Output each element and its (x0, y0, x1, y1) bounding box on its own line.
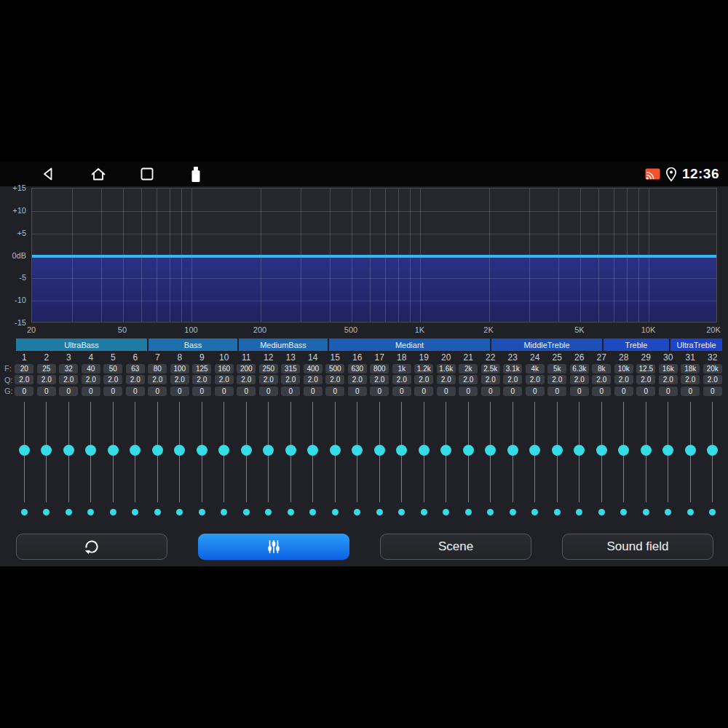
eq-band-slider[interactable] (302, 399, 325, 521)
q-factor-value: 2.0 (348, 375, 367, 384)
eq-band-slider[interactable] (590, 399, 613, 521)
eq-band-slider[interactable] (347, 399, 369, 521)
scene-button[interactable]: Scene (380, 534, 531, 560)
slider-knob[interactable] (19, 445, 30, 456)
slider-knob[interactable] (662, 445, 673, 456)
eq-band-slider[interactable] (613, 399, 636, 521)
eq-band-slider[interactable] (80, 399, 103, 521)
slider-knob[interactable] (618, 445, 629, 456)
slider-knob[interactable] (108, 445, 119, 456)
slider-knob[interactable] (419, 445, 430, 456)
slider-knob[interactable] (641, 445, 652, 456)
slider-knob[interactable] (330, 445, 341, 456)
q-factor-value-cell: 2.0 (702, 375, 724, 385)
eq-band-slider[interactable] (391, 399, 414, 521)
frequency-value-cell: 8k (590, 363, 613, 373)
eq-band-slider[interactable] (480, 399, 502, 521)
slider-knob[interactable] (374, 445, 385, 456)
slider-knob[interactable] (263, 445, 274, 456)
gain-value-cell: 0 (613, 386, 636, 396)
slider-knob[interactable] (396, 445, 407, 456)
q-factor-value-cell: 2.0 (191, 375, 213, 385)
q-factor-value: 2.0 (237, 375, 256, 384)
gain-value: 0 (703, 387, 722, 396)
eq-band-slider[interactable] (502, 399, 524, 521)
q-factor-value: 2.0 (370, 375, 389, 384)
slider-knob[interactable] (529, 445, 540, 456)
slider-knob[interactable] (174, 445, 185, 456)
slider-knob[interactable] (440, 445, 451, 456)
slider-knob[interactable] (285, 445, 296, 456)
eq-band-slider[interactable] (280, 399, 302, 521)
grid-line-horizontal (32, 234, 716, 234)
slider-knob[interactable] (130, 445, 141, 456)
back-icon[interactable] (40, 165, 58, 183)
gain-value: 0 (570, 387, 589, 396)
gain-value: 0 (281, 387, 300, 396)
slider-knob[interactable] (152, 445, 163, 456)
band-number-cell: 27 (590, 352, 613, 363)
eq-band-slider[interactable] (679, 399, 702, 521)
frequency-value: 2.5k (481, 364, 500, 373)
frequency-value: 20k (703, 364, 722, 373)
eq-band-slider[interactable] (657, 399, 680, 521)
eq-band-slider[interactable] (413, 399, 435, 521)
frequency-value-cell: 500 (324, 363, 347, 373)
slider-knob[interactable] (463, 445, 474, 456)
eq-band-slider[interactable] (435, 399, 458, 521)
eq-band-slider[interactable] (124, 399, 147, 521)
eq-band-slider[interactable] (524, 399, 547, 521)
slider-base-dot (576, 509, 582, 515)
slider-base-dot (487, 509, 494, 515)
slider-knob[interactable] (352, 445, 363, 456)
eq-band-slider[interactable] (235, 399, 258, 521)
q-factor-value: 2.0 (681, 375, 700, 384)
slider-knob[interactable] (197, 445, 207, 456)
eq-band-slider[interactable] (146, 399, 169, 521)
slider-base-dot (265, 509, 272, 515)
equalizer-button[interactable] (198, 534, 349, 560)
slider-knob[interactable] (218, 445, 229, 456)
eq-band-slider[interactable] (702, 399, 724, 521)
reset-button[interactable] (16, 534, 167, 560)
slider-knob[interactable] (63, 445, 74, 456)
band-number-cell: 20 (435, 352, 458, 363)
eq-band-slider[interactable] (635, 399, 657, 521)
home-icon[interactable] (90, 165, 107, 183)
eq-band-slider[interactable] (324, 399, 347, 521)
eq-band-slider[interactable] (569, 399, 591, 521)
recents-icon[interactable] (138, 165, 156, 183)
sound-field-button[interactable]: Sound field (562, 534, 713, 560)
usb-drive-icon[interactable] (187, 165, 205, 184)
eq-band-slider[interactable] (258, 399, 280, 521)
slider-knob[interactable] (707, 445, 718, 456)
slider-knob[interactable] (307, 445, 318, 456)
slider-knob[interactable] (41, 445, 52, 456)
slider-knob[interactable] (85, 445, 96, 456)
y-axis-tick-label: -10 (0, 295, 26, 305)
slider-knob[interactable] (685, 445, 696, 456)
slider-knob[interactable] (241, 445, 252, 456)
eq-band-slider[interactable] (102, 399, 124, 521)
eq-band-slider[interactable] (368, 399, 391, 521)
eq-band-slider[interactable] (191, 399, 213, 521)
frequency-value: 100 (170, 364, 189, 373)
eq-band-slider[interactable] (546, 399, 569, 521)
slider-knob[interactable] (552, 445, 563, 456)
gain-value-cell: 0 (235, 386, 258, 396)
eq-band-slider[interactable] (213, 399, 236, 521)
gain-value-cell: 0 (302, 386, 325, 396)
gain-value: 0 (15, 387, 33, 396)
eq-band-slider[interactable] (36, 399, 58, 521)
frequency-value-cell: 5k (546, 363, 569, 373)
eq-band-slider[interactable] (169, 399, 191, 521)
slider-knob[interactable] (507, 445, 518, 456)
eq-band-slider[interactable] (58, 399, 80, 521)
slider-knob[interactable] (574, 445, 585, 456)
eq-band-slider[interactable] (457, 399, 480, 521)
eq-band-slider[interactable] (13, 399, 36, 521)
band-number-cell: 8 (169, 352, 191, 363)
q-factor-value-cell: 2.0 (280, 375, 302, 385)
slider-knob[interactable] (485, 445, 496, 456)
slider-knob[interactable] (596, 445, 607, 456)
